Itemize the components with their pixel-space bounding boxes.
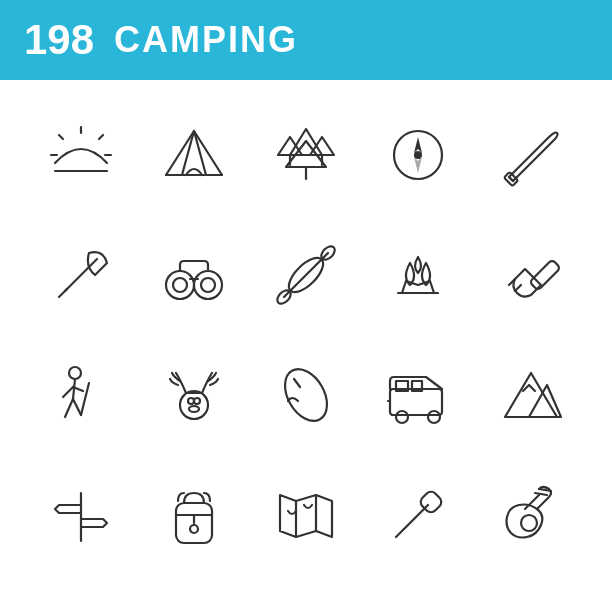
svg-line-51 [294, 379, 300, 387]
icon-hiker [30, 340, 132, 450]
svg-rect-35 [529, 259, 560, 290]
svg-point-28 [201, 278, 215, 292]
icon-campfire [367, 220, 469, 330]
svg-line-41 [73, 399, 81, 415]
svg-line-1 [59, 135, 63, 139]
icon-mountains [480, 340, 582, 450]
svg-line-37 [515, 285, 521, 291]
svg-point-48 [189, 406, 199, 412]
icon-deer [142, 340, 244, 450]
svg-marker-18 [414, 137, 422, 153]
svg-line-42 [63, 387, 73, 397]
svg-line-39 [73, 379, 75, 399]
icon-kayak [255, 220, 357, 330]
svg-line-21 [509, 177, 513, 181]
svg-line-31 [284, 253, 328, 297]
svg-point-70 [521, 515, 537, 531]
icons-grid [0, 80, 612, 590]
svg-point-26 [194, 271, 222, 299]
icon-trees [255, 100, 357, 210]
icon-sunrise [30, 100, 132, 210]
icon-tent [142, 100, 244, 210]
svg-point-55 [396, 411, 408, 423]
icon-axe [30, 220, 132, 330]
svg-line-2 [99, 135, 103, 139]
icon-guitar [480, 460, 582, 570]
icon-map [255, 460, 357, 570]
header-title: CAMPING [114, 19, 298, 61]
svg-point-64 [190, 525, 198, 533]
svg-point-47 [194, 398, 200, 404]
icon-marshmallow [367, 460, 469, 570]
svg-point-27 [173, 278, 187, 292]
icon-carabiner [255, 340, 357, 450]
icon-flashlight [480, 220, 582, 330]
icon-compass [367, 100, 469, 210]
header: 198 CAMPING [0, 0, 612, 80]
svg-marker-19 [414, 157, 422, 173]
icon-backpack [142, 460, 244, 570]
svg-point-56 [428, 411, 440, 423]
svg-line-72 [535, 493, 547, 495]
svg-line-40 [65, 399, 73, 417]
svg-line-23 [65, 259, 97, 291]
header-number: 198 [24, 19, 94, 61]
icon-knife [480, 100, 582, 210]
svg-point-50 [276, 362, 335, 428]
svg-line-68 [396, 505, 428, 537]
icon-rv [367, 340, 469, 450]
svg-line-44 [81, 383, 89, 415]
svg-point-20 [415, 152, 421, 158]
svg-line-24 [59, 289, 67, 297]
svg-marker-65 [280, 495, 332, 537]
svg-marker-58 [505, 373, 557, 417]
icon-binoculars [142, 220, 244, 330]
icon-signpost [30, 460, 132, 570]
svg-point-38 [69, 367, 81, 379]
svg-point-25 [166, 271, 194, 299]
